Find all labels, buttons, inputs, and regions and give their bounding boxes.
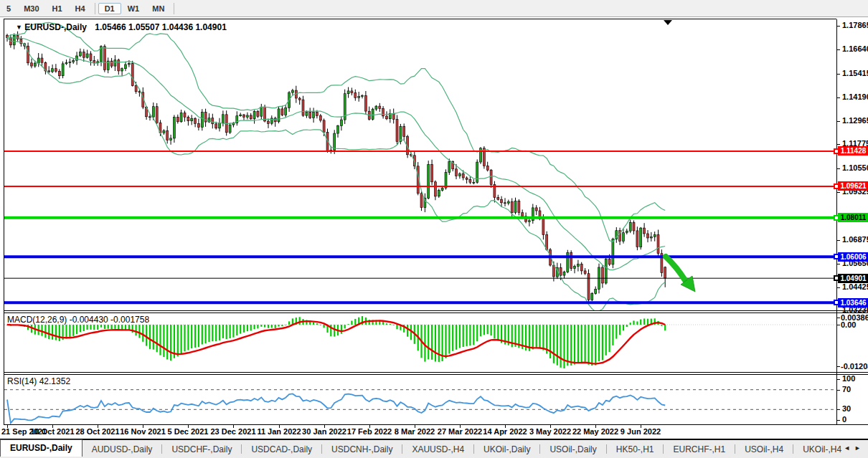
macd-bar [661, 325, 662, 326]
candle-body [246, 115, 248, 117]
candle-body [180, 113, 182, 122]
macd-bar [598, 325, 600, 361]
macd-bar [424, 325, 425, 362]
candle-body [640, 228, 642, 247]
chart-tab-usoil-h4[interactable]: USOil-,H4 [735, 442, 793, 457]
candle-body [584, 271, 586, 274]
trend-arrow[interactable] [666, 257, 695, 292]
main-chart-canvas[interactable] [4, 19, 836, 310]
chart-tab-audusd-daily[interactable]: AUDUSD-,Daily [82, 442, 162, 457]
macd-bar [313, 323, 314, 325]
date-label: 23 Dec 2021 [211, 427, 256, 436]
toolbar-separator [174, 3, 174, 14]
macd-bar [97, 325, 98, 330]
chart-tab-usdchf-daily[interactable]: USDCHF-,Daily [162, 442, 241, 457]
rsi-axis-tick [837, 420, 840, 421]
macd-bar [324, 325, 325, 328]
macd-bar [153, 325, 154, 350]
macd-bar [156, 325, 158, 352]
price-tick-label: 1.06875 [842, 235, 868, 244]
macd-bar [243, 325, 245, 333]
candle-body [563, 272, 565, 276]
chart-shift-icon[interactable] [664, 20, 672, 25]
macd-bar [257, 325, 258, 328]
macd-bar [615, 325, 617, 339]
candle-body [306, 112, 308, 115]
toolbar-separator [95, 3, 95, 14]
tab-scroll-left-icon[interactable]: ◄ [844, 444, 854, 452]
hline-price-tag: 1.09621 [838, 181, 868, 191]
hline-price-tag: 1.03646 [838, 298, 868, 307]
chart-tab-xauusd-h4[interactable]: XAUUSD-,H4 [402, 442, 473, 457]
macd-signal-line [7, 321, 665, 364]
macd-bar [268, 325, 269, 328]
macd-bar [138, 325, 140, 338]
symbol-dropdown-icon[interactable]: ▼ [16, 24, 22, 31]
macd-bar [264, 325, 265, 328]
macd-bar [87, 325, 88, 330]
price-axis-tick [837, 168, 840, 169]
timeframe-button-h1[interactable]: H1 [46, 3, 69, 14]
macd-bar [55, 325, 57, 340]
rsi-axis-label: 0 [842, 415, 846, 424]
tab-scroll-right-icon[interactable]: ► [854, 444, 865, 452]
chart-tab-eurusd-daily[interactable]: EURUSD-,Daily [0, 439, 82, 457]
macd-bar [623, 325, 624, 330]
macd-bar [435, 325, 436, 362]
candle-body [302, 100, 304, 115]
chart-tab-bar: EURUSD-,DailyAUDUSD-,DailyUSDCHF-,DailyU… [0, 440, 868, 458]
candle-body [219, 123, 221, 128]
price-tick-label: 1.04425 [842, 282, 868, 291]
macd-bar [473, 325, 474, 345]
rsi-axis-tick [837, 409, 840, 410]
timeframe-button-5[interactable]: 5 [0, 3, 17, 14]
date-label: 27 Mar 2022 [438, 427, 482, 436]
candle-body [187, 117, 189, 120]
chart-tab-hk50-h1[interactable]: HK50-,H1 [607, 442, 664, 457]
date-label: 17 Feb 2022 [347, 427, 392, 436]
macd-bar [445, 325, 446, 358]
macd-bar [344, 325, 346, 328]
macd-bar [208, 325, 209, 342]
candle-body [458, 174, 461, 176]
timeframe-button-h4[interactable]: H4 [69, 3, 92, 14]
timeframe-button-d1[interactable]: D1 [98, 3, 121, 14]
candle-body [392, 113, 395, 119]
splitter-main-macd[interactable] [4, 310, 868, 311]
macd-bar [111, 325, 113, 330]
macd-bar [128, 325, 130, 330]
macd-bar [232, 325, 234, 338]
rsi-panel-canvas[interactable] [4, 375, 836, 424]
candle-body [191, 118, 193, 121]
macd-bar [254, 325, 255, 329]
chart-tab-usoil-daily[interactable]: USOil-,Daily [540, 442, 605, 457]
macd-bar [240, 325, 241, 334]
date-axis-row: 21 Sep 202110 Oct 202128 Oct 202116 Nov … [0, 425, 868, 439]
rsi-axis-label: 70 [842, 385, 851, 393]
chart-tab-ukoil-h4[interactable]: UKOil-,H4 [793, 442, 851, 457]
candle-body [469, 180, 471, 183]
macd-bar [494, 325, 495, 338]
timeframe-button-w1[interactable]: W1 [121, 3, 146, 14]
candles [6, 32, 666, 304]
splitter-macd-rsi[interactable] [4, 372, 868, 373]
macd-bar [250, 325, 252, 330]
candle-body [431, 165, 433, 182]
candle-body [62, 64, 64, 76]
chart-tab-ukoil-daily[interactable]: UKOil-,Daily [474, 442, 539, 457]
candle-body [636, 231, 638, 247]
macd-bar [76, 325, 77, 334]
macd-bar [198, 325, 199, 347]
macd-bar [222, 325, 224, 338]
candle-body [448, 161, 450, 172]
macd-bar [466, 325, 468, 346]
timeframe-button-m30[interactable]: M30 [17, 3, 45, 14]
candle-body [650, 237, 652, 238]
candle-body [629, 222, 631, 231]
macd-bar [348, 324, 349, 325]
chart-tab-usdcad-daily[interactable]: USDCAD-,Daily [242, 442, 321, 457]
timeframe-button-mn[interactable]: MN [146, 3, 171, 14]
candle-body [570, 252, 572, 268]
chart-tab-usdcnh-daily[interactable]: USDCNH-,Daily [322, 442, 402, 457]
chart-tab-eurchf-h1[interactable]: EURCHF-,H1 [664, 442, 735, 457]
